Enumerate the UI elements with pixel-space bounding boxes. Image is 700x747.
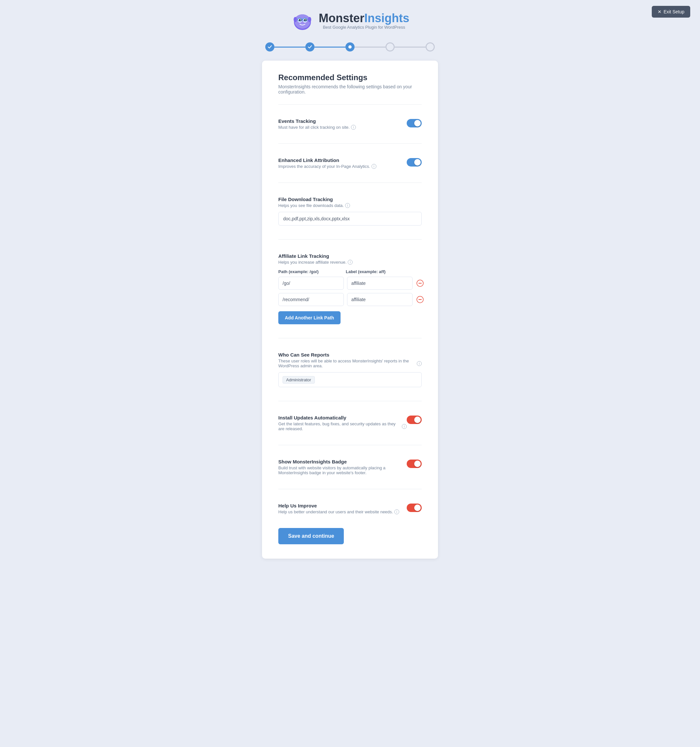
affiliate-tracking-info-icon[interactable]: i <box>348 260 352 265</box>
logo-tagline: Best Google Analytics Plugin for WordPre… <box>319 25 409 30</box>
monster-logo-icon <box>291 9 314 33</box>
show-badge-desc: Build trust with website visitors by aut… <box>278 466 407 475</box>
divider-2 <box>278 144 422 144</box>
page-title: Recommended Settings <box>278 73 422 82</box>
help-improve-row: Help Us Improve Help us better understan… <box>278 497 422 520</box>
file-download-desc: Helps you see file downloads data. i <box>278 203 422 208</box>
file-download-desc-text: Helps you see file downloads data. <box>278 203 344 208</box>
help-improve-desc: Help us better understand our users and … <box>278 510 399 514</box>
enhanced-link-info: Enhanced Link Attribution Improves the a… <box>278 157 376 169</box>
affiliate-path-input-2[interactable] <box>278 293 344 306</box>
show-badge-label: Show MonsterInsights Badge <box>278 459 407 464</box>
page-subtitle: MonsterInsights recommends the following… <box>278 84 422 95</box>
affiliate-cols-header: Path (example: /go/) Label (example: aff… <box>278 269 422 274</box>
show-badge-info: Show MonsterInsights Badge Build trust w… <box>278 459 407 475</box>
exit-setup-button[interactable]: ✕ Exit Setup <box>652 6 690 18</box>
events-tracking-toggle-thumb <box>414 120 421 127</box>
exit-button-label: Exit Setup <box>664 9 684 14</box>
install-updates-toggle-thumb <box>414 416 421 423</box>
progress-line-4 <box>395 47 426 48</box>
enhanced-link-label: Enhanced Link Attribution <box>278 157 376 163</box>
add-link-path-button[interactable]: Add Another Link Path <box>278 311 340 324</box>
save-continue-button[interactable]: Save and continue <box>278 528 344 544</box>
install-updates-info: Install Updates Automatically Get the la… <box>278 415 407 431</box>
events-tracking-row: Events Tracking Must have for all click … <box>278 112 422 136</box>
events-tracking-toggle-track <box>407 119 422 127</box>
divider-6 <box>278 401 422 401</box>
logo-text: MonsterInsights Best Google Analytics Pl… <box>319 12 409 30</box>
file-download-section: File Download Tracking Helps you see fil… <box>278 191 422 231</box>
affiliate-row-2 <box>278 293 422 306</box>
file-download-label: File Download Tracking <box>278 197 422 202</box>
enhanced-link-info-icon[interactable]: i <box>372 164 376 169</box>
who-can-see-info-icon[interactable]: i <box>417 361 422 366</box>
affiliate-remove-button-2[interactable] <box>416 295 424 304</box>
affiliate-label-input-2[interactable] <box>347 293 413 306</box>
show-badge-toggle-track <box>407 460 422 468</box>
affiliate-remove-button-1[interactable] <box>416 279 424 287</box>
show-badge-toggle-thumb <box>414 461 421 467</box>
affiliate-path-input-1[interactable] <box>278 277 344 290</box>
enhanced-link-toggle-thumb <box>414 159 421 166</box>
progress-line-3 <box>355 47 386 48</box>
file-download-input[interactable] <box>278 212 422 225</box>
help-improve-toggle-track <box>407 504 422 512</box>
help-improve-toggle-thumb <box>414 505 421 511</box>
progress-track <box>265 42 435 51</box>
enhanced-link-desc: Improves the accuracy of your In-Page An… <box>278 164 376 169</box>
show-badge-row: Show MonsterInsights Badge Build trust w… <box>278 453 422 481</box>
help-improve-info-icon[interactable]: i <box>394 510 399 514</box>
help-improve-desc-text: Help us better understand our users and … <box>278 510 393 514</box>
administrator-tag: Administrator <box>283 376 315 384</box>
header: MonsterInsights Best Google Analytics Pl… <box>0 0 700 39</box>
enhanced-link-toggle[interactable] <box>407 158 422 166</box>
install-updates-info-icon[interactable]: i <box>402 424 407 429</box>
install-updates-label: Install Updates Automatically <box>278 415 407 420</box>
divider-8 <box>278 489 422 489</box>
show-badge-desc-text: Build trust with website visitors by aut… <box>278 466 407 475</box>
affiliate-row-1 <box>278 277 422 290</box>
main-card: Recommended Settings MonsterInsights rec… <box>262 60 438 559</box>
who-can-see-tags-input[interactable]: Administrator <box>278 372 422 387</box>
events-tracking-info: Events Tracking Must have for all click … <box>278 118 356 130</box>
affiliate-tracking-section: Affiliate Link Tracking Helps you increa… <box>278 247 422 330</box>
remove-icon-2 <box>416 296 424 303</box>
enhanced-link-toggle-track <box>407 158 422 166</box>
svg-point-1 <box>295 14 310 29</box>
divider-5 <box>278 338 422 338</box>
who-can-see-label: Who Can See Reports <box>278 352 422 357</box>
help-improve-toggle[interactable] <box>407 504 422 512</box>
events-tracking-info-icon[interactable]: i <box>351 125 356 130</box>
events-tracking-toggle[interactable] <box>407 119 422 127</box>
progress-step-4 <box>386 42 395 51</box>
svg-point-6 <box>300 20 301 21</box>
file-download-info-icon[interactable]: i <box>345 203 350 208</box>
divider-3 <box>278 183 422 183</box>
install-updates-toggle-track <box>407 416 422 424</box>
events-tracking-desc: Must have for all click tracking on site… <box>278 125 356 130</box>
affiliate-path-header: Path (example: /go/) <box>278 269 341 274</box>
svg-point-12 <box>308 17 311 22</box>
logo-brand-blue: Insights <box>364 11 409 25</box>
svg-point-7 <box>305 20 306 21</box>
who-can-see-section: Who Can See Reports These user roles wil… <box>278 346 422 393</box>
help-improve-info: Help Us Improve Help us better understan… <box>278 503 399 514</box>
show-badge-toggle[interactable] <box>407 460 422 468</box>
progress-step-3 <box>345 42 355 51</box>
install-updates-toggle[interactable] <box>407 416 422 424</box>
progress-line-1 <box>274 47 305 48</box>
install-updates-desc: Get the latest features, bug fixes, and … <box>278 422 407 431</box>
progress-bar <box>0 39 700 60</box>
who-can-see-desc: These user roles will be able to access … <box>278 358 422 368</box>
events-tracking-label: Events Tracking <box>278 118 356 124</box>
logo-brand: MonsterInsights <box>319 12 409 24</box>
progress-step-1 <box>265 42 274 51</box>
install-updates-desc-text: Get the latest features, bug fixes, and … <box>278 422 401 431</box>
help-improve-label: Help Us Improve <box>278 503 399 508</box>
affiliate-label-header: Label (example: aff) <box>346 269 409 274</box>
divider-4 <box>278 239 422 240</box>
divider-7 <box>278 445 422 445</box>
remove-icon-1 <box>416 280 424 287</box>
affiliate-label-input-1[interactable] <box>347 277 413 290</box>
install-updates-row: Install Updates Automatically Get the la… <box>278 409 422 437</box>
